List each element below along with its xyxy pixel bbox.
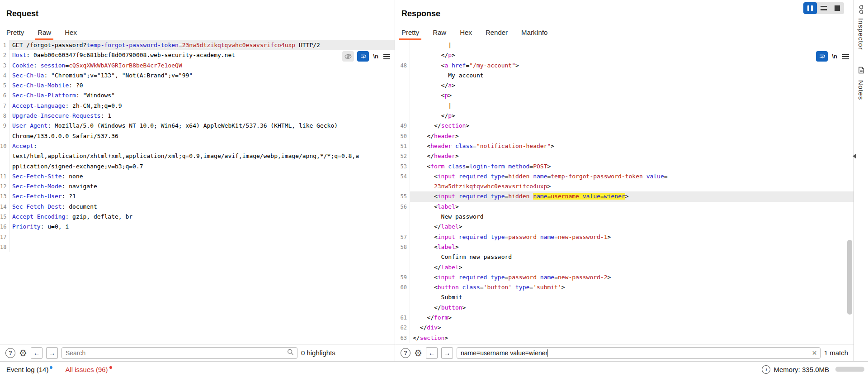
line-number: 56 [395, 202, 410, 212]
response-search-input[interactable] [457, 347, 821, 359]
code-line: </label> [410, 262, 854, 272]
sidebar-tab-inspector[interactable]: Inspector [857, 18, 865, 50]
code-row: 51 <header class="notification-header"> [395, 141, 854, 151]
code-line: My account [410, 71, 854, 81]
code-row: My account [395, 71, 854, 81]
code-line: </p> [410, 111, 854, 121]
response-tabs: PrettyRawHexRenderMarkInfo [395, 25, 854, 40]
line-number: 59 [395, 272, 410, 282]
code-row: 62 </div> [395, 323, 854, 333]
settings-gear-icon[interactable]: ⚙ [19, 348, 27, 358]
code-row: New password [395, 212, 854, 222]
request-search-input[interactable] [61, 347, 297, 359]
response-scrollbar-thumb[interactable] [847, 240, 852, 315]
collapse-sidebar-arrow-icon[interactable] [853, 154, 856, 158]
back-arrow-icon[interactable]: ← [31, 347, 42, 359]
settings-gear-icon[interactable]: ⚙ [414, 348, 422, 358]
line-number: 2 [0, 50, 9, 60]
code-row: text/html,application/xhtml+xml,applicat… [0, 151, 395, 161]
code-row: 57 <input required type=password name=ne… [395, 232, 854, 242]
all-issues-button[interactable]: All issues (96) [65, 366, 112, 373]
code-line: <button class='button' type='submit'> [410, 282, 854, 292]
tab-hex[interactable]: Hex [65, 25, 77, 40]
code-row: pplication/signed-exchange;v=b3;q=0.7 [0, 162, 395, 172]
code-row: 12Sec-Fetch-Mode: navigate [0, 181, 395, 191]
tab-raw[interactable]: Raw [433, 25, 446, 40]
code-row: 50 </header> [395, 131, 854, 141]
request-tabs-bar: PrettyRawHex \n [0, 25, 395, 40]
code-line: New password [410, 212, 854, 222]
code-row: 54 <input required type=hidden name=temp… [395, 172, 854, 181]
tab-render[interactable]: Render [486, 25, 508, 40]
code-row: 60 <button class='button' type='submit'> [395, 282, 854, 292]
code-line: Upgrade-Insecure-Requests: 1 [9, 111, 395, 121]
tab-raw[interactable]: Raw [38, 25, 51, 40]
info-icon[interactable]: i [762, 365, 770, 374]
help-icon[interactable]: ? [5, 348, 15, 358]
line-number [395, 292, 410, 302]
line-number [395, 71, 410, 81]
line-number: 53 [395, 162, 410, 172]
code-line: <label> [410, 202, 854, 212]
layout-control [803, 2, 844, 14]
tab-hex[interactable]: Hex [460, 25, 472, 40]
code-line: User-Agent: Mozilla/5.0 (Windows NT 10.0… [9, 121, 395, 131]
line-number: 63 [395, 333, 410, 343]
request-tabs: PrettyRawHex [0, 25, 395, 40]
code-row: </p> [395, 50, 854, 60]
code-line: </form> [410, 313, 854, 323]
code-line: Sec-Fetch-Mode: navigate [9, 181, 395, 191]
line-number: 3 [0, 61, 9, 71]
line-number [395, 101, 410, 111]
sidebar-tab-notes[interactable]: Notes [857, 80, 865, 100]
code-row: 13Sec-Fetch-User: ?1 [0, 191, 395, 201]
code-row: <p> [395, 91, 854, 100]
code-line: | [410, 40, 854, 50]
response-panel: Response PrettyRawHexRenderMarkInfo \n |… [395, 0, 854, 361]
code-line: </a> [410, 81, 854, 91]
tab-pretty[interactable]: Pretty [6, 25, 24, 40]
request-panel: Request PrettyRawHex \n 1GET /forgot-pas… [0, 0, 395, 361]
glasses-icon[interactable] [857, 5, 865, 14]
notes-icon[interactable] [858, 67, 864, 76]
request-editor[interactable]: 1GET /forgot-password?temp-forgot-passwo… [0, 40, 395, 344]
memory-status: i Memory: 335.0MB [762, 365, 829, 374]
line-number [395, 81, 410, 91]
line-number: 14 [0, 202, 9, 212]
event-log-label: Event log (14) [6, 366, 48, 373]
code-row: 55 <input required type=hidden name=user… [395, 191, 854, 201]
response-editor[interactable]: | </p>48 <a href="/my-account"> My accou… [395, 40, 854, 344]
forward-arrow-icon[interactable]: → [46, 347, 58, 359]
event-log-button[interactable]: Event log (14) [6, 366, 52, 373]
code-line: </header> [410, 131, 854, 141]
help-icon[interactable]: ? [401, 348, 410, 358]
layout-rows-button[interactable] [817, 2, 830, 14]
forward-arrow-icon[interactable]: → [441, 347, 453, 359]
tab-markinfo[interactable]: MarkInfo [521, 25, 547, 40]
line-number: 18 [0, 242, 9, 252]
code-row: 11Sec-Fetch-Site: none [0, 172, 395, 181]
layout-columns-button[interactable] [803, 2, 817, 14]
code-line: Sec-Fetch-User: ?1 [9, 191, 395, 201]
request-panel-title: Request [6, 9, 38, 19]
code-row: 49 </section> [395, 121, 854, 131]
clear-x-icon[interactable]: × [812, 349, 817, 357]
back-arrow-icon[interactable]: ← [426, 347, 438, 359]
code-row: 59 <input required type=password name=ne… [395, 272, 854, 282]
layout-single-button[interactable] [830, 2, 844, 14]
code-line: pplication/signed-exchange;v=b3;q=0.7 [9, 162, 395, 172]
tab-pretty[interactable]: Pretty [401, 25, 419, 40]
code-line: </header> [410, 151, 854, 161]
magnifier-icon[interactable] [287, 348, 294, 357]
line-number [0, 151, 9, 161]
request-search-result: 0 highlights [301, 349, 335, 357]
code-line: <input required type=hidden name=temp-fo… [410, 172, 854, 181]
code-line: Sec-Ch-Ua-Platform: "Windows" [9, 91, 395, 100]
line-number: 17 [0, 232, 9, 242]
line-number [395, 111, 410, 121]
line-number: 1 [0, 40, 9, 50]
code-row: | [395, 101, 854, 111]
code-line: <input required type=password name=new-p… [410, 272, 854, 282]
line-number: 11 [0, 172, 9, 181]
code-row: 23nw5dtzikqtqvwhc0esavsrifco4uxp> [395, 181, 854, 191]
